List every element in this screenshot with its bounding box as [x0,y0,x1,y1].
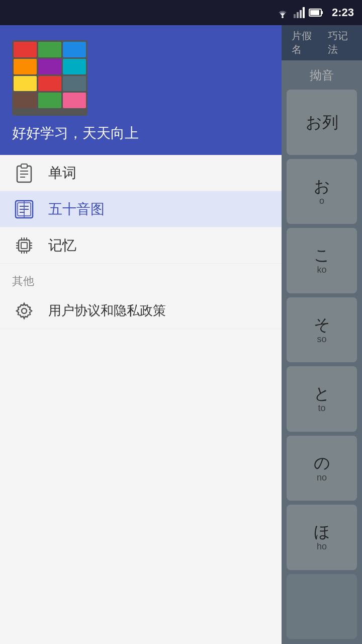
gear-icon [12,299,36,323]
menu-item-vocabulary[interactable]: 单词 [0,155,282,191]
battery-icon [309,8,324,18]
chip-icon [12,233,36,258]
svg-rect-2 [297,12,299,18]
svg-rect-10 [21,164,27,168]
drawer-menu: 单词 五十音图 [0,155,282,644]
menu-label-hiragana: 五十音图 [48,200,105,219]
svg-rect-7 [310,10,319,15]
svg-rect-8 [321,11,323,14]
clipboard-icon [12,161,36,185]
svg-point-0 [282,16,284,18]
drawer-username: 好好学习，天天向上 [12,124,269,143]
status-icons: 2:23 [276,6,354,19]
svg-point-34 [22,308,27,313]
wifi-icon [276,7,290,18]
drawer-header: 好好学习，天天向上 [0,25,282,155]
avatar [12,40,87,116]
settings-item-privacy[interactable]: 用户协议和隐私政策 [0,293,282,329]
menu-item-hiragana[interactable]: 五十音图 [0,191,282,227]
signal-icon [294,7,305,18]
status-time: 2:23 [332,6,354,19]
navigation-drawer: 好好学习，天天向上 单词 [0,25,282,644]
drawer-overlay[interactable] [282,25,362,644]
menu-label-memory: 记忆 [48,236,76,255]
book-icon [12,197,36,221]
svg-rect-20 [19,240,30,251]
settings-label-privacy: 用户协议和隐私政策 [48,302,166,319]
menu-label-vocabulary: 单词 [48,164,76,183]
svg-rect-3 [300,10,302,18]
avatar-image [12,40,87,116]
svg-rect-21 [21,243,27,249]
svg-rect-1 [294,14,296,18]
status-bar: 2:23 [0,0,362,25]
section-header-other: 其他 [0,264,282,293]
menu-item-memory[interactable]: 记忆 [0,227,282,264]
